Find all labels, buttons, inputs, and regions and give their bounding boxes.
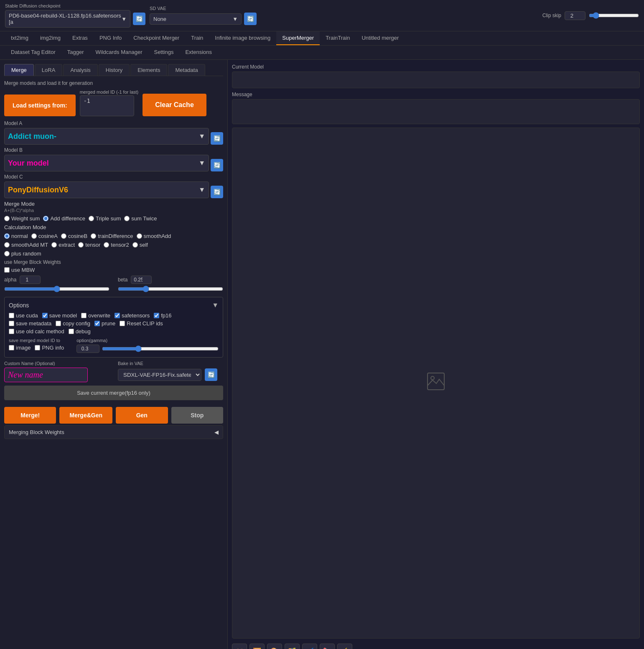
tab-history[interactable]: History [99,64,130,76]
nav-tab-wildcards[interactable]: Wildcards Manager [89,46,148,59]
save-png-check[interactable]: PNG info [35,345,64,351]
fp16-check[interactable]: fp16 [154,312,171,319]
nav-tab-extras[interactable]: Extras [66,31,94,45]
checkpoint-dropdown[interactable]: PD6-base04-rebuild-XL-1128.fp16.safetens… [5,10,130,28]
use-old-calc-checkbox[interactable] [9,329,14,334]
stop-button[interactable]: Stop [171,407,223,424]
save-metadata-check[interactable]: save metadata [9,320,51,327]
use-cuda-check[interactable]: use cuda [9,312,38,319]
model-b-dropdown[interactable]: Your model ▼ [4,155,209,171]
bake-vae-refresh-btn[interactable]: 🔄 [205,368,217,381]
custom-name-input[interactable] [4,368,88,382]
merged-model-id-input[interactable]: -1 [80,95,134,116]
nav-tab-txt2img[interactable]: txt2img [5,31,34,45]
beta-input[interactable] [131,276,152,284]
copy-config-checkbox[interactable] [56,321,61,326]
calc-extract[interactable]: extract [51,242,75,248]
use-mbw-checkbox-label[interactable]: use MBW [4,267,223,273]
nav-tab-supermerger[interactable]: SuperMerger [276,31,320,45]
calc-extract-radio[interactable] [51,242,57,248]
merge-mode-add-diff-radio[interactable] [43,216,48,221]
calc-trainDiff-radio[interactable] [91,233,96,239]
nav-tab-untitled[interactable]: Untitled merger [356,31,405,45]
calc-smoothAddMT-radio[interactable] [4,242,10,248]
use-old-calc-check[interactable]: use old calc method [9,328,64,335]
nav-tab-tagger[interactable]: Tagger [61,46,90,59]
calc-cosineB-radio[interactable] [61,233,66,239]
nav-tab-settings[interactable]: Settings [148,46,179,59]
use-mbw-checkbox[interactable] [4,267,10,273]
save-metadata-checkbox[interactable] [9,321,14,326]
calc-tensor[interactable]: tensor [78,242,100,248]
save-png-checkbox[interactable] [35,345,40,350]
tab-merge[interactable]: Merge [4,64,34,76]
vae-refresh-btn[interactable]: 🔄 [244,13,257,25]
toolbar-brush-btn[interactable]: 🖌️ [302,644,317,649]
debug-checkbox[interactable] [69,329,74,334]
nav-tab-dataset[interactable]: Dataset Tag Editor [5,46,61,59]
nav-tab-traintrain[interactable]: TrainTrain [320,31,356,45]
save-image-checkbox[interactable] [9,345,14,350]
merge-gen-button[interactable]: Merge&Gen [59,407,112,424]
message-textarea[interactable] [232,99,640,124]
merge-mode-weight-sum-radio[interactable] [4,216,10,221]
overwrite-check[interactable]: overwrite [81,312,110,319]
clip-skip-input[interactable] [565,11,585,20]
calc-cosineA[interactable]: cosineA [31,233,58,239]
save-model-checkbox[interactable] [42,313,48,318]
merge-mode-weight-sum[interactable]: Weight sum [4,215,40,222]
calc-normal-radio[interactable] [4,233,10,239]
copy-config-check[interactable]: copy config [56,320,90,327]
model-b-refresh-btn[interactable]: 🔄 [211,159,223,171]
merging-block-weights[interactable]: Merging Block Weights ◀ [4,425,223,439]
merge-mode-add-diff[interactable]: Add difference [43,215,85,222]
calc-tensor2-radio[interactable] [104,242,109,248]
tab-lora[interactable]: LoRA [35,64,63,76]
gen-button[interactable]: Gen [116,407,168,424]
merge-mode-sum-twice-radio[interactable] [124,216,130,221]
toolbar-star-btn[interactable]: ⚡ [337,644,352,649]
options-collapse-btn[interactable]: ▼ [212,302,219,309]
save-model-check[interactable]: save model [42,312,77,319]
prune-check[interactable]: prune [94,320,115,327]
calc-smoothAdd[interactable]: smoothAdd [137,233,171,239]
safetensors-check[interactable]: safetensors [115,312,150,319]
merge-mode-triple-sum[interactable]: Triple sum [89,215,121,222]
toolbar-paint-btn[interactable]: 🎨 [267,644,282,649]
save-image-check[interactable]: image [9,345,31,351]
toolbar-folder-btn[interactable]: 📁 [232,644,247,649]
toolbar-grid-btn[interactable]: 🗂️ [285,644,300,649]
alpha-slider[interactable] [4,286,109,292]
clip-skip-slider[interactable] [589,12,639,19]
calc-tensor-radio[interactable] [78,242,84,248]
model-c-refresh-btn[interactable]: 🔄 [211,186,223,198]
tab-analysis[interactable]: Analysis [63,64,97,76]
calc-plus-random[interactable]: plus random [4,250,41,257]
tab-metadata[interactable]: Metadata [168,64,205,76]
reset-clip-check[interactable]: Reset CLIP ids [120,320,163,327]
model-a-dropdown[interactable]: Addict muon- ▼ [4,128,209,145]
calc-cosineB[interactable]: cosineB [61,233,87,239]
overwrite-checkbox[interactable] [81,313,87,318]
calc-smoothAddMT[interactable]: smoothAdd MT [4,242,48,248]
calc-self[interactable]: self [132,242,148,248]
toolbar-edit-btn[interactable]: ✏️ [320,644,335,649]
calc-plus-random-radio[interactable] [4,251,10,256]
fp16-checkbox[interactable] [154,313,159,318]
model-a-refresh-btn[interactable]: 🔄 [211,132,223,145]
nav-tab-checkpoint[interactable]: Checkpoint Merger [127,31,185,45]
beta-slider[interactable] [118,286,223,292]
gamma-slider[interactable] [102,345,219,352]
clear-cache-button[interactable]: Clear Cache [143,94,206,116]
nav-tab-img2img[interactable]: img2img [34,31,66,45]
calc-tensor2[interactable]: tensor2 [104,242,129,248]
load-settings-button[interactable]: Load settings from: [4,95,76,116]
merge-mode-triple-sum-radio[interactable] [89,216,94,221]
calc-trainDiff[interactable]: trainDifference [91,233,133,239]
prune-checkbox[interactable] [94,321,100,326]
vae-dropdown[interactable]: None ▼ [150,13,242,25]
merge-mode-sum-twice[interactable]: sum Twice [124,215,157,222]
nav-tab-infinite[interactable]: Infinite image browsing [209,31,276,45]
current-model-textarea[interactable] [232,72,640,88]
save-merge-btn[interactable]: Save current merge(fp16 only) [4,386,223,400]
